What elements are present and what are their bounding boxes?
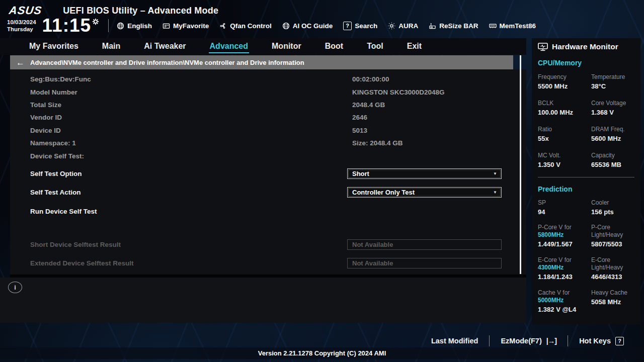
scrollbar[interactable] (520, 55, 521, 274)
ai-brain-icon (282, 22, 290, 30)
metric-label: P-Core V for (538, 224, 589, 231)
metric-cooler: Cooler 156 pts (591, 199, 634, 216)
hot-keys-button[interactable]: Hot Keys ? (568, 337, 635, 345)
info-row-device-id: Device ID 5013 (30, 124, 526, 137)
toolbar-resize-bar[interactable]: ReSize BAR (429, 22, 478, 30)
caret-down-icon: ▼ (493, 190, 497, 195)
question-icon: ? (343, 22, 352, 30)
row-label: Total Size (30, 101, 61, 109)
extended-selftest-result-row: Extended Device Selftest Result Not Avai… (30, 258, 526, 269)
row-value: Not Available (352, 259, 393, 267)
setting-label: Self Test Option (30, 170, 82, 177)
settings-panel: Seg:Bus:Dev:Func 00:02:00:00 Model Numbe… (10, 69, 526, 275)
row-label: Model Number (30, 88, 77, 96)
self-test-action-row: Self Test Action Controller Only Test ▼ (30, 186, 526, 199)
info-row-namespace: Namespace: 1 Size: 2048.4 GB (30, 137, 526, 149)
question-icon: ? (615, 337, 624, 345)
row-value: 2646 (352, 114, 367, 121)
ezmode-button[interactable]: EzMode(F7) |→] (490, 337, 568, 345)
datetime-block[interactable]: 10/03/2024 Thursday (7, 19, 36, 33)
action-label: Run Device Self Test (30, 208, 97, 215)
caret-down-icon: ▼ (493, 171, 497, 176)
tab-boot[interactable]: Boot (324, 40, 344, 53)
metric-label: MC Volt. (538, 152, 589, 159)
tab-exit[interactable]: Exit (406, 40, 423, 53)
toolbar-label: English (127, 22, 152, 30)
toolbar-qfan-control[interactable]: Qfan Control (219, 22, 272, 30)
run-device-self-test-action[interactable]: Run Device Self Test (30, 205, 526, 218)
metric-sp: SP 94 (538, 199, 589, 216)
metric-mc-volt: MC Volt. 1.350 V (538, 152, 589, 168)
metric-capacity: Capacity 65536 MB (591, 152, 634, 168)
metric-value: 4646/4313 (591, 273, 634, 281)
row-label: Extended Device Selftest Result (30, 259, 134, 267)
metric-label: Capacity (591, 152, 634, 159)
short-selftest-result-row: Short Device Selftest Result Not Availab… (30, 239, 526, 250)
toolbar-search[interactable]: ? Search (343, 22, 377, 30)
toolbar-memtest86[interactable]: MemTest86 (489, 22, 536, 30)
metric-label: Core Voltage (591, 100, 634, 107)
tab-tool[interactable]: Tool (366, 40, 384, 53)
page-title: UEFI BIOS Utility – Advanced Mode (63, 6, 218, 16)
row-label: Device Self Test: (30, 152, 84, 160)
header: ASUS UEFI BIOS Utility – Advanced Mode 1… (0, 0, 644, 38)
row-label: Seg:Bus:Dev:Func (30, 75, 91, 83)
toolbar-label: MyFavorite (173, 22, 209, 30)
metric-label: Heavy Cache (591, 289, 634, 297)
metric-ratio: Ratio 55x (538, 126, 589, 142)
header-toolbar: English MyFavorite Qfan Control AI OC Gu… (117, 22, 536, 30)
monitor-icon (538, 43, 548, 51)
metric-sublabel: Light/Heavy (591, 231, 634, 239)
button-label: EzMode(F7) (501, 337, 541, 345)
extended-selftest-result-box: Not Available (347, 258, 502, 268)
toolbar-label: MemTest86 (500, 22, 536, 30)
tab-my-favorites[interactable]: My Favorites (28, 40, 79, 53)
self-test-action-select[interactable]: Controller Only Test ▼ (347, 187, 502, 198)
section-heading-prediction: Prediction (538, 185, 634, 193)
globe-icon (117, 22, 124, 30)
metric-pcore-light-heavy: P-Core Light/Heavy 5807/5503 (591, 224, 634, 248)
metric-heavy-cache: Heavy Cache 5058 MHz (591, 289, 634, 314)
self-test-option-select[interactable]: Short ▼ (347, 168, 502, 179)
tab-monitor[interactable]: Monitor (271, 40, 302, 53)
last-modified-button[interactable]: Last Modified (420, 337, 489, 345)
metric-label: BCLK (538, 100, 589, 107)
toolbar-ai-oc-guide[interactable]: AI OC Guide (282, 22, 333, 30)
metric-dram-freq: DRAM Freq. 5600 MHz (591, 126, 634, 142)
aura-light-icon (388, 22, 395, 30)
button-label: Hot Keys (579, 337, 611, 345)
metric-sublabel: Light/Heavy (591, 264, 634, 272)
sidebar-divider (538, 177, 634, 177)
resize-bar-icon (429, 22, 436, 30)
metric-value: 1.382 V @L4 (538, 305, 589, 314)
back-arrow-icon[interactable]: ← (16, 58, 25, 67)
toolbar-myfavorite[interactable]: MyFavorite (163, 22, 209, 30)
row-label: Vendor ID (30, 114, 62, 121)
metric-value: 1.449/1.567 (538, 240, 589, 248)
selected-value: Short (352, 170, 369, 177)
metric-value: 5600 MHz (591, 135, 634, 142)
help-panel: i (0, 278, 526, 323)
toolbar-language[interactable]: English (117, 22, 152, 30)
section-heading-cpu-memory: CPU/Memory (538, 59, 634, 67)
header-divider (108, 19, 109, 32)
tab-main[interactable]: Main (101, 40, 121, 53)
metric-label: E-Core V for (538, 256, 589, 264)
button-label: Last Modified (431, 337, 478, 345)
metric-label: Temperature (591, 73, 634, 80)
tab-ai-tweaker[interactable]: Ai Tweaker (143, 40, 187, 53)
main-content: ← Advanced\NVMe controller and Drive inf… (10, 55, 526, 275)
metric-label: Cooler (591, 199, 634, 206)
metric-label: Cache V for (538, 289, 589, 297)
metric-sublabel: 5000MHz (538, 297, 589, 304)
toolbar-aura[interactable]: AURA (388, 22, 418, 30)
metric-value: 100.00 MHz (538, 109, 589, 116)
metric-label: P-Core (591, 224, 634, 231)
metric-label: E-Core (591, 256, 634, 264)
day-text: Thursday (7, 26, 36, 33)
asus-logo: ASUS (8, 4, 43, 17)
toolbar-label: AI OC Guide (293, 22, 333, 30)
metric-sublabel: 4300MHz (538, 264, 589, 272)
tab-advanced[interactable]: Advanced (209, 40, 249, 53)
gear-icon[interactable] (92, 18, 99, 25)
